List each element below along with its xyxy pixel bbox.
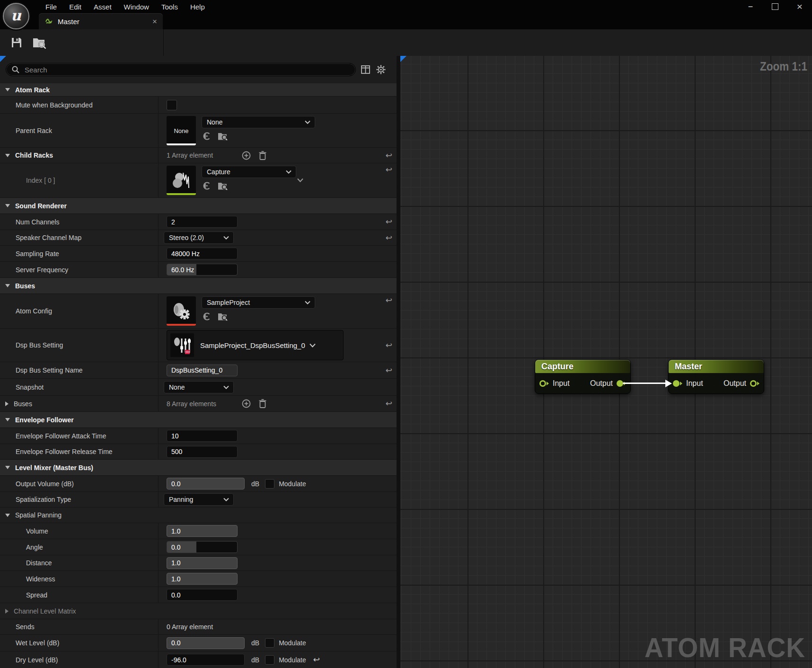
dry-level-input[interactable]: -96.0 — [167, 654, 245, 666]
property-label: Spatial Panning — [0, 508, 159, 523]
use-selected-asset-icon[interactable] — [203, 132, 212, 141]
speaker-channel-map-dropdown[interactable]: Stereo (2.0) — [164, 232, 234, 244]
release-time-input[interactable]: 500 — [167, 446, 238, 458]
node-capture[interactable]: Capture Input Output — [535, 359, 631, 394]
menu-edit[interactable]: Edit — [63, 0, 88, 13]
property-label: Atom Config — [0, 294, 159, 328]
parent-rack-thumbnail[interactable]: None — [167, 116, 196, 145]
input-pin[interactable] — [673, 380, 682, 387]
browse-to-asset-button[interactable] — [30, 34, 48, 52]
mute-checkbox[interactable] — [167, 100, 177, 110]
search-input[interactable] — [24, 65, 350, 74]
reset-to-default-icon[interactable]: ↩ — [386, 400, 392, 408]
reset-to-default-icon[interactable]: ↩ — [386, 234, 392, 242]
dsp-bus-setting-name-input[interactable]: DspBusSetting_0 — [167, 365, 238, 376]
node-master[interactable]: Master Input Output — [668, 359, 764, 394]
reset-to-default-icon[interactable]: ↩ — [386, 366, 392, 374]
section-sound-renderer[interactable]: Sound Renderer — [0, 198, 397, 214]
maximize-icon — [772, 3, 778, 10]
output-volume-input[interactable]: 0.0 — [167, 478, 245, 490]
node-header[interactable]: Capture — [535, 360, 630, 373]
atom-config-dropdown[interactable]: SampleProject — [202, 296, 315, 309]
toolbar — [0, 29, 812, 57]
browse-to-asset-icon[interactable] — [218, 312, 228, 321]
sampling-rate-input[interactable]: 48000 Hz — [167, 248, 238, 259]
property-label: Snapshot — [0, 379, 159, 395]
browse-to-asset-icon[interactable] — [218, 181, 228, 190]
row-snapshot: Snapshot None — [0, 379, 397, 396]
reset-to-default-icon[interactable]: ↩ — [313, 656, 320, 664]
collapse-triangle-icon[interactable] — [5, 154, 10, 157]
child-rack-dropdown[interactable]: Capture — [202, 166, 296, 178]
collapsed-triangle-icon[interactable] — [5, 401, 9, 406]
chevron-down-icon — [223, 236, 229, 240]
close-button[interactable]: × — [787, 0, 812, 13]
add-element-icon[interactable] — [242, 151, 251, 160]
spatialization-type-dropdown[interactable]: Panning — [164, 493, 234, 506]
dsp-bus-setting-combo[interactable]: SampleProject_DspBusSetting_0 — [167, 330, 344, 360]
atom-config-thumbnail[interactable] — [167, 296, 196, 326]
reset-to-default-icon[interactable]: ↩ — [386, 166, 392, 174]
save-button[interactable] — [8, 34, 26, 52]
collapsed-triangle-icon[interactable] — [5, 609, 9, 614]
row-buses-array: Buses 8 Array elements — [0, 396, 397, 412]
num-channels-input[interactable]: 2 — [167, 216, 238, 228]
menu-window[interactable]: Window — [118, 0, 155, 13]
dry-level-modulate-checkbox[interactable] — [265, 655, 274, 665]
wet-level-modulate-checkbox[interactable] — [265, 638, 274, 648]
row-parent-rack: Parent Rack None None — [0, 114, 397, 148]
section-buses[interactable]: Buses — [0, 278, 397, 294]
property-label: Wet Level (dB) — [0, 635, 159, 651]
use-selected-asset-icon[interactable] — [203, 312, 212, 321]
volume-input[interactable]: 1.0 — [167, 525, 238, 537]
delete-elements-icon[interactable] — [259, 151, 266, 160]
zoom-level-label: Zoom 1:1 — [760, 60, 807, 73]
menu-tools[interactable]: Tools — [155, 0, 184, 13]
server-frequency-input[interactable]: 60.0 Hz — [167, 264, 238, 276]
node-header[interactable]: Master — [669, 360, 764, 373]
reset-to-default-icon[interactable]: ↩ — [386, 341, 392, 349]
attack-time-input[interactable]: 10 — [167, 430, 238, 442]
snapshot-dropdown[interactable]: None — [164, 381, 234, 393]
distance-input[interactable]: 1.0 — [167, 557, 238, 569]
rack-graph-panel[interactable]: Zoom 1:1 Capture Input Output — [400, 56, 812, 668]
angle-input[interactable]: 0.0 — [167, 541, 238, 553]
section-title: Envelope Follower — [15, 416, 74, 424]
menu-file[interactable]: File — [39, 0, 63, 13]
section-envelope-follower[interactable]: Envelope Follower — [0, 412, 397, 428]
output-volume-modulate-checkbox[interactable] — [265, 479, 274, 489]
menu-asset[interactable]: Asset — [88, 0, 118, 13]
tab-master[interactable]: Master × — [39, 13, 163, 29]
connection-wire[interactable] — [623, 383, 666, 384]
use-selected-asset-icon[interactable] — [203, 181, 212, 190]
menu-help[interactable]: Help — [184, 0, 211, 13]
collapse-triangle-icon — [5, 466, 10, 469]
add-element-icon[interactable] — [242, 399, 251, 408]
element-options-chevron-icon[interactable] — [297, 178, 303, 182]
section-atom-rack[interactable]: Atom Rack — [0, 83, 397, 97]
thumbnail-underline — [167, 193, 196, 195]
wet-level-input[interactable]: 0.0 — [167, 637, 245, 649]
reset-to-default-icon[interactable]: ↩ — [386, 296, 392, 304]
panel-splitter[interactable] — [397, 56, 400, 668]
tab-close-icon[interactable]: × — [152, 18, 157, 26]
collapse-triangle-icon[interactable] — [5, 514, 10, 517]
child-rack-thumbnail[interactable] — [167, 166, 196, 195]
wideness-input[interactable]: 1.0 — [167, 573, 238, 585]
minimize-button[interactable]: − — [738, 0, 763, 13]
settings-gear-icon[interactable] — [376, 65, 386, 74]
output-pin[interactable] — [750, 380, 759, 387]
reset-to-default-icon[interactable]: ↩ — [386, 218, 392, 226]
input-pin[interactable] — [539, 380, 549, 387]
row-mute-when-backgrounded: Mute when Backgrounded — [0, 97, 397, 114]
column-view-icon[interactable] — [361, 65, 370, 74]
parent-rack-dropdown[interactable]: None — [202, 116, 315, 128]
section-level-mixer[interactable]: Level Mixer (Master Bus) — [0, 460, 397, 476]
search-box[interactable] — [6, 63, 356, 76]
spread-input[interactable]: 0.0 — [167, 589, 238, 601]
browse-to-asset-icon[interactable] — [218, 132, 228, 141]
maximize-button[interactable] — [763, 0, 787, 13]
delete-elements-icon[interactable] — [259, 399, 266, 408]
row-spatial-panning: Spatial Panning — [0, 508, 397, 523]
reset-to-default-icon[interactable]: ↩ — [386, 151, 392, 160]
